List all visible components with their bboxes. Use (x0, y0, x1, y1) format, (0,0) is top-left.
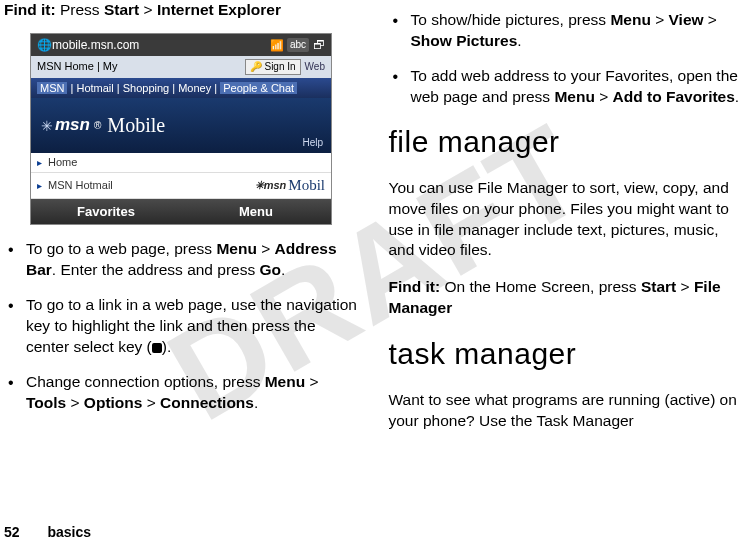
msn-logo: msn (55, 114, 90, 137)
shot-softkeys: Favorites Menu (31, 199, 331, 225)
mobile-mini: Mobil (288, 175, 325, 195)
shot-titlebar: 🌐 mobile.msn.com 📶 abc 🗗 (31, 34, 331, 56)
globe-icon: 🌐 (37, 37, 52, 53)
phone-screenshot: 🌐 mobile.msn.com 📶 abc 🗗 MSN Home | My 🔑… (30, 33, 332, 225)
mobile-label: Mobile (107, 112, 165, 139)
text: Press (56, 1, 104, 18)
bullet-goto-link: To go to a link in a web page, use the n… (4, 295, 361, 358)
shot-row-home: ▸ Home (31, 153, 331, 173)
shot-nav1: MSN Home | My 🔑 Sign In Web (31, 56, 331, 78)
nav1-text: MSN Home | My (37, 59, 118, 74)
nav2-shopping: Shopping (123, 82, 170, 94)
abc-indicator: abc (287, 38, 309, 52)
find-it-fm: Find it: On the Home Screen, press Start… (389, 277, 746, 319)
shot-url: mobile.msn.com (52, 37, 267, 53)
bullet-show-pictures: To show/hide pictures, press Menu > View… (389, 10, 746, 52)
find-it-label: Find it: (4, 1, 56, 18)
shot-banner: ✳ msn® Mobile Help (31, 98, 331, 153)
find-it-ie: Find it: Press Start > Internet Explorer (4, 0, 361, 21)
web-label: Web (305, 60, 325, 74)
nav2-msn: MSN (37, 82, 67, 94)
nav2-people: People & Chat (220, 82, 297, 94)
arrow-icon: ▸ (37, 179, 42, 193)
task-manager-para: Want to see what programs are running (a… (389, 390, 746, 432)
right-column: To show/hide pictures, press Menu > View… (389, 0, 746, 448)
nav2-hotmail: Hotmail (76, 82, 113, 94)
page-number: 52 (4, 524, 20, 540)
sign-in-button: 🔑 Sign In (245, 59, 301, 75)
center-key-icon (152, 343, 162, 353)
sep: > (139, 1, 157, 18)
butterfly-icon: ✳ (41, 117, 53, 136)
page-icon: 🗗 (313, 37, 325, 53)
bullet-add-favorites: To add web address to your Favorites, op… (389, 66, 746, 108)
section-label: basics (47, 524, 91, 540)
softkey-favorites: Favorites (31, 199, 181, 225)
softkey-menu: Menu (181, 199, 331, 225)
heading-file-manager: file manager (389, 122, 746, 163)
arrow-icon: ▸ (37, 156, 42, 170)
start-label: Start (104, 1, 139, 18)
help-link: Help (302, 136, 323, 150)
ie-label: Internet Explorer (157, 1, 281, 18)
signal-icon: 📶 (270, 38, 284, 53)
page-footer: 52 basics (4, 523, 91, 542)
left-column: Find it: Press Start > Internet Explorer… (4, 0, 361, 448)
nav2-money: Money (178, 82, 211, 94)
row-label: MSN Hotmail (48, 178, 113, 193)
bullet-goto-page: To go to a web page, press Menu > Addres… (4, 239, 361, 281)
msn-mini: ✳msn (255, 178, 287, 193)
row-label: Home (48, 155, 77, 170)
heading-task-manager: task manager (389, 334, 746, 375)
shot-row-hotmail: ▸ MSN Hotmail ✳msn Mobil (31, 173, 331, 198)
shot-nav2: MSN | Hotmail | Shopping | Money | Peopl… (31, 78, 331, 99)
bullet-connection: Change connection options, press Menu > … (4, 372, 361, 414)
file-manager-para: You can use File Manager to sort, view, … (389, 178, 746, 262)
